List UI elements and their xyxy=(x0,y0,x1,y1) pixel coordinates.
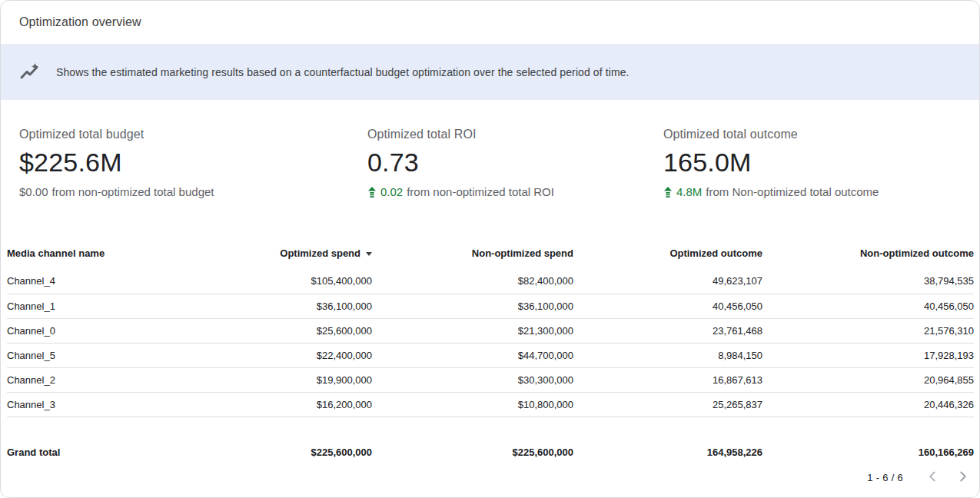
table-row: Channel_5 $22,400,000 $44,700,000 8,984,… xyxy=(7,343,974,367)
sort-desc-icon xyxy=(366,252,372,256)
pagination: 1 - 6 / 6 xyxy=(1,463,979,487)
cell-optimized-spend: $22,400,000 xyxy=(222,343,372,367)
optimization-overview-card: Optimization overview Shows the estimate… xyxy=(0,0,980,498)
banner-text: Shows the estimated marketing results ba… xyxy=(56,66,630,78)
table-row: Channel_2 $19,900,000 $30,300,000 16,867… xyxy=(7,367,974,392)
cell-channel-name: Channel_0 xyxy=(7,318,222,343)
kpi-value: 0.73 xyxy=(367,148,663,178)
table-row: Channel_3 $16,200,000 $10,800,000 25,265… xyxy=(7,392,974,417)
cell-non-optimized-outcome: 40,456,050 xyxy=(762,294,974,318)
table-row: Channel_1 $36,100,000 $36,100,000 40,456… xyxy=(7,294,974,318)
cell-non-optimized-outcome: 20,964,855 xyxy=(762,367,974,392)
kpi-label: Optimized total outcome xyxy=(663,128,961,141)
cell-optimized-spend: $36,100,000 xyxy=(222,294,372,318)
cell-non-optimized-spend: $82,400,000 xyxy=(372,269,573,294)
cell-non-optimized-outcome: 17,928,193 xyxy=(762,343,974,367)
card-header: Optimization overview xyxy=(1,1,979,45)
grand-total-optimized-spend: $225,600,000 xyxy=(222,417,372,463)
kpi-delta-suffix: from non-optimized total budget xyxy=(52,185,214,198)
kpi-delta-suffix: from non-optimized total ROI xyxy=(407,185,554,198)
table-row: Channel_4 $105,400,000 $82,400,000 49,62… xyxy=(7,269,974,294)
kpi-delta-line: $0.00 from non-optimized total budget xyxy=(19,185,367,198)
table-header-row: Media channel name Optimized spend Non-o… xyxy=(7,238,974,269)
arrow-up-icon xyxy=(367,187,377,198)
column-header-non-optimized-outcome[interactable]: Non-optimized outcome xyxy=(762,238,974,269)
arrow-up-icon xyxy=(663,187,673,198)
cell-non-optimized-outcome: 20,446,326 xyxy=(762,392,974,417)
cell-channel-name: Channel_3 xyxy=(7,392,222,417)
cell-optimized-spend: $25,600,000 xyxy=(222,318,372,343)
kpi-delta-value: $0.00 xyxy=(19,185,48,198)
kpi-label: Optimized total budget xyxy=(19,128,367,141)
grand-total-label: Grand total xyxy=(7,417,222,463)
cell-optimized-outcome: 16,867,613 xyxy=(573,367,762,392)
cell-non-optimized-spend: $36,100,000 xyxy=(372,294,573,318)
kpi-delta-suffix: from Non-optimized total outcome xyxy=(706,185,879,198)
cell-channel-name: Channel_1 xyxy=(7,294,222,318)
chevron-right-icon xyxy=(955,468,972,487)
chevron-left-icon xyxy=(924,468,941,487)
grand-total-non-optimized-spend: $225,600,000 xyxy=(372,417,573,463)
table-row: Channel_0 $25,600,000 $21,300,000 23,761… xyxy=(7,318,974,343)
column-header-media-channel[interactable]: Media channel name xyxy=(7,238,222,269)
kpi-delta-value: 0.02 xyxy=(380,185,403,198)
optimization-table: Media channel name Optimized spend Non-o… xyxy=(7,238,974,463)
previous-page-button[interactable] xyxy=(923,469,942,487)
kpi-row: Optimized total budget $225.6M $0.00 fro… xyxy=(1,100,979,198)
cell-non-optimized-outcome: 21,576,310 xyxy=(762,318,974,343)
page-range-label: 1 - 6 / 6 xyxy=(867,472,903,483)
cell-non-optimized-spend: $10,800,000 xyxy=(372,392,573,417)
kpi-delta-value: 4.8M xyxy=(676,185,702,198)
cell-optimized-spend: $16,200,000 xyxy=(222,392,372,417)
grand-total-row: Grand total $225,600,000 $225,600,000 16… xyxy=(7,417,974,463)
kpi-delta-line: 0.02 from non-optimized total ROI xyxy=(367,185,663,198)
cell-optimized-spend: $105,400,000 xyxy=(222,269,372,294)
cell-optimized-outcome: 49,623,107 xyxy=(573,269,762,294)
column-header-optimized-outcome[interactable]: Optimized outcome xyxy=(573,238,762,269)
kpi-optimized-total-outcome: Optimized total outcome 165.0M 4.8M from… xyxy=(663,128,961,198)
cell-optimized-outcome: 23,761,468 xyxy=(573,318,762,343)
kpi-value: 165.0M xyxy=(663,148,961,178)
cell-non-optimized-spend: $44,700,000 xyxy=(372,343,573,367)
next-page-button[interactable] xyxy=(954,469,972,487)
kpi-label: Optimized total ROI xyxy=(367,128,663,141)
column-header-optimized-spend[interactable]: Optimized spend xyxy=(222,238,372,269)
kpi-value: $225.6M xyxy=(19,148,367,178)
cell-channel-name: Channel_5 xyxy=(7,343,222,367)
cell-channel-name: Channel_4 xyxy=(7,269,222,294)
kpi-optimized-total-roi: Optimized total ROI 0.73 0.02 from non-o… xyxy=(367,128,663,198)
cell-channel-name: Channel_2 xyxy=(7,367,222,392)
grand-total-optimized-outcome: 164,958,226 xyxy=(573,417,762,463)
kpi-delta-line: 4.8M from Non-optimized total outcome xyxy=(663,185,961,198)
column-header-non-optimized-spend[interactable]: Non-optimized spend xyxy=(372,238,573,269)
cell-non-optimized-outcome: 38,794,535 xyxy=(762,269,974,294)
cell-non-optimized-spend: $21,300,000 xyxy=(372,318,573,343)
cell-non-optimized-spend: $30,300,000 xyxy=(372,367,573,392)
cell-optimized-outcome: 8,984,150 xyxy=(573,343,762,367)
page-title: Optimization overview xyxy=(19,15,141,29)
cell-optimized-spend: $19,900,000 xyxy=(222,367,372,392)
info-banner: Shows the estimated marketing results ba… xyxy=(1,45,979,100)
insights-icon xyxy=(19,62,39,82)
cell-optimized-outcome: 40,456,050 xyxy=(573,294,762,318)
kpi-optimized-total-budget: Optimized total budget $225.6M $0.00 fro… xyxy=(19,128,367,198)
cell-optimized-outcome: 25,265,837 xyxy=(573,392,762,417)
grand-total-non-optimized-outcome: 160,166,269 xyxy=(762,417,974,463)
